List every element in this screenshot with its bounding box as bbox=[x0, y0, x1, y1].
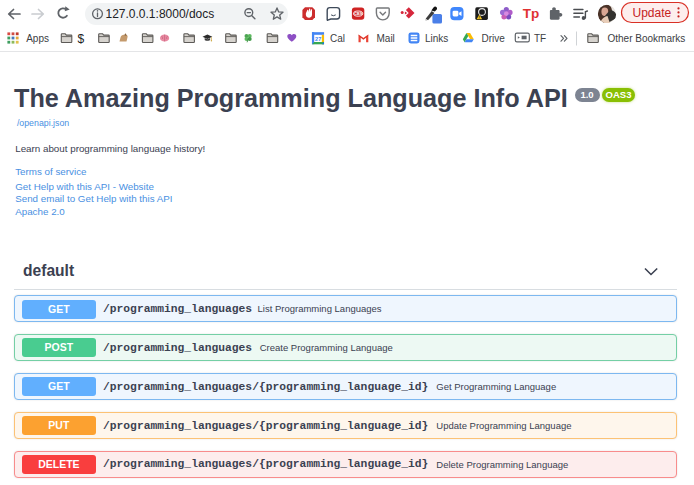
svg-text:27: 27 bbox=[315, 36, 321, 42]
svg-text:CBS: CBS bbox=[354, 11, 363, 16]
svg-text:Tp: Tp bbox=[523, 6, 540, 21]
